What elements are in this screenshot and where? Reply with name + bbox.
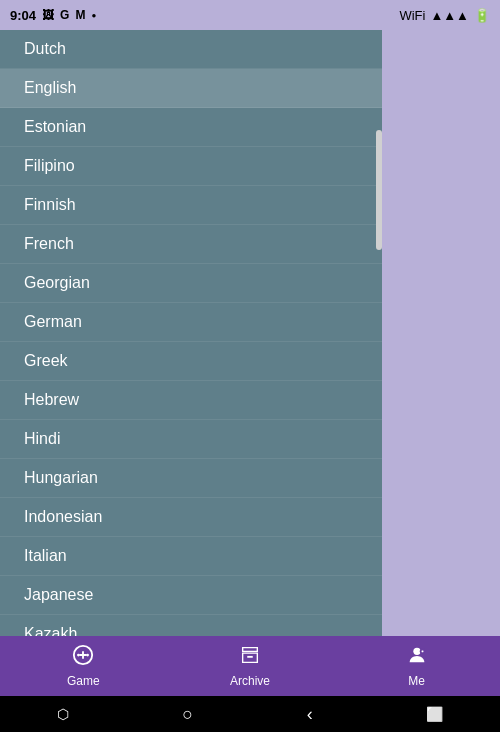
nav-label-archive: Archive bbox=[230, 674, 270, 688]
scrollbar-thumb[interactable] bbox=[376, 130, 382, 250]
status-dot: ● bbox=[91, 11, 96, 20]
language-item-georgian[interactable]: Georgian bbox=[0, 264, 382, 303]
archive-icon bbox=[239, 644, 261, 671]
language-item-kazakh[interactable]: Kazakh bbox=[0, 615, 382, 636]
language-item-indonesian[interactable]: Indonesian bbox=[0, 498, 382, 537]
status-m-icon: M bbox=[75, 8, 85, 22]
language-item-finnish[interactable]: Finnish bbox=[0, 186, 382, 225]
game-icon bbox=[72, 644, 94, 671]
recent-apps-button[interactable]: ⬡ bbox=[45, 702, 81, 726]
language-item-french[interactable]: French bbox=[0, 225, 382, 264]
language-item-german[interactable]: German bbox=[0, 303, 382, 342]
language-item-italian[interactable]: Italian bbox=[0, 537, 382, 576]
status-g-icon: G bbox=[60, 8, 69, 22]
language-item-hungarian[interactable]: Hungarian bbox=[0, 459, 382, 498]
nav-item-me[interactable]: Me bbox=[377, 644, 457, 688]
screenshot-button[interactable]: ⬜ bbox=[414, 702, 455, 726]
language-item-japanese[interactable]: Japanese bbox=[0, 576, 382, 615]
right-area bbox=[382, 30, 500, 636]
language-item-hindi[interactable]: Hindi bbox=[0, 420, 382, 459]
language-item-estonian[interactable]: Estonian bbox=[0, 108, 382, 147]
svg-point-1 bbox=[77, 654, 80, 657]
system-nav: ⬡ ○ ‹ ⬜ bbox=[0, 696, 500, 732]
nav-item-archive[interactable]: Archive bbox=[210, 644, 290, 688]
battery-icon: 🔋 bbox=[474, 8, 490, 23]
main-content: DutchEnglishEstonianFilipinoFinnishFrenc… bbox=[0, 30, 500, 636]
language-item-dutch[interactable]: Dutch bbox=[0, 30, 382, 69]
scrollbar-track[interactable] bbox=[376, 30, 382, 636]
back-button[interactable]: ‹ bbox=[295, 700, 325, 729]
nav-item-game[interactable]: Game bbox=[43, 644, 123, 688]
status-bar: 9:04 🖼 G M ● WiFi ▲▲▲ 🔋 bbox=[0, 0, 500, 30]
language-item-greek[interactable]: Greek bbox=[0, 342, 382, 381]
language-dropdown-list[interactable]: DutchEnglishEstonianFilipinoFinnishFrenc… bbox=[0, 30, 382, 636]
language-item-english[interactable]: English bbox=[0, 69, 382, 108]
svg-point-3 bbox=[413, 648, 420, 655]
status-bar-right: WiFi ▲▲▲ 🔋 bbox=[399, 8, 490, 23]
language-item-filipino[interactable]: Filipino bbox=[0, 147, 382, 186]
nav-label-me: Me bbox=[408, 674, 425, 688]
svg-point-2 bbox=[87, 654, 90, 657]
language-item-hebrew[interactable]: Hebrew bbox=[0, 381, 382, 420]
status-photo-icon: 🖼 bbox=[42, 8, 54, 22]
status-bar-left: 9:04 🖼 G M ● bbox=[10, 8, 96, 23]
me-icon bbox=[406, 644, 428, 671]
signal-icon: ▲▲▲ bbox=[430, 8, 469, 23]
wifi-icon: WiFi bbox=[399, 8, 425, 23]
status-time: 9:04 bbox=[10, 8, 36, 23]
nav-label-game: Game bbox=[67, 674, 100, 688]
bottom-nav: Game Archive Me bbox=[0, 636, 500, 696]
home-button[interactable]: ○ bbox=[170, 700, 205, 729]
